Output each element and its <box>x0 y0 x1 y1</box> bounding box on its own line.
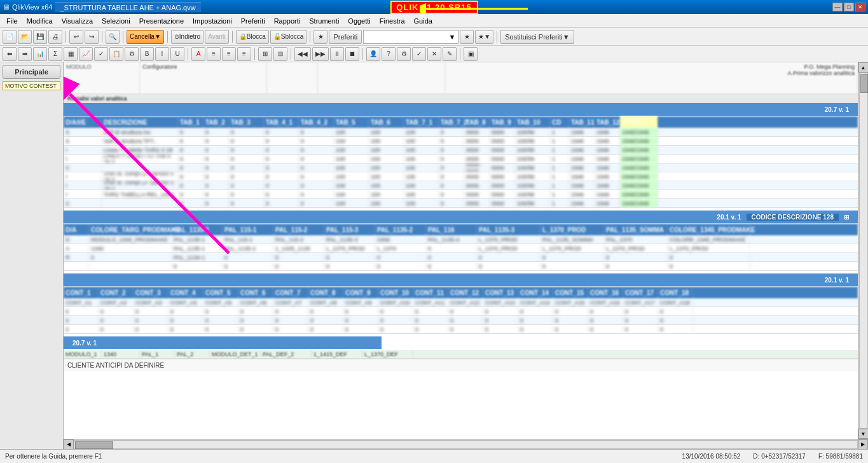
tb2-user-btn[interactable]: 👤 <box>366 47 380 61</box>
menu-visualizza[interactable]: Visualizza <box>58 16 97 26</box>
tb2-btn10[interactable]: B <box>140 47 154 61</box>
tb2-btn2[interactable]: ➡ <box>18 47 32 61</box>
tb2-btn7[interactable]: ✓ <box>94 47 108 61</box>
indietro-button[interactable]: ⊙ Indietro <box>171 30 203 44</box>
tb2-font-color[interactable]: A <box>191 47 205 61</box>
tb2-btn5[interactable]: ▦ <box>64 47 78 61</box>
undo-button[interactable]: ↩ <box>69 30 83 44</box>
tb2-arrow-left[interactable]: ◀◀ <box>294 47 311 61</box>
menu-presentazione[interactable]: Presentazione <box>135 16 188 26</box>
new-button[interactable]: 📄 <box>3 30 17 44</box>
preferiti-dropdown[interactable]: ▼ <box>363 30 458 44</box>
blocca-label: Blocca <box>247 33 266 40</box>
menu-oggetti[interactable]: Oggetti <box>344 16 374 26</box>
col-t8: TAB_7_1 <box>404 116 439 128</box>
tb2-btn11[interactable]: I <box>155 47 169 61</box>
tb2-edit-btn[interactable]: ✎ <box>443 47 457 61</box>
preferiti-button[interactable]: Preferiti <box>329 30 362 44</box>
close-button[interactable]: ✕ <box>855 3 865 11</box>
minimize-button[interactable]: — <box>832 3 843 11</box>
tb2-btn3[interactable]: 📊 <box>33 47 47 61</box>
scroll-left-button[interactable]: ◀ <box>64 439 74 450</box>
blocca-button[interactable]: 🔒 Blocca <box>236 30 269 44</box>
section4-count: 20.7 v. 1 <box>67 340 102 347</box>
tb2-align-right[interactable]: ≡ <box>237 47 251 61</box>
scroll-h-thumb[interactable] <box>75 441 113 449</box>
scroll-thumb[interactable] <box>860 74 868 93</box>
menu-modifica[interactable]: Modifica <box>23 16 57 26</box>
tb2-btn1[interactable]: ⬅ <box>3 47 17 61</box>
menu-impostazioni[interactable]: Impostazioni <box>189 16 236 26</box>
tb2-align-center[interactable]: ≡ <box>222 47 236 61</box>
table3-body: CONT_A1 CONT_A2 CONT_A3 CONT_A4 CONT_A5 … <box>64 298 858 334</box>
print-button[interactable]: 🖨 <box>48 30 62 44</box>
content-area[interactable]: MODULO Configuratore P.O. Mega PlanningA… <box>64 62 858 439</box>
star-btn2[interactable]: ★ <box>460 30 474 44</box>
search-button[interactable]: 🔍 <box>106 30 120 44</box>
sblocca-button[interactable]: 🔓 Sblocca <box>270 30 307 44</box>
right-scrollbar[interactable]: ▲ ▼ <box>858 62 868 439</box>
menu-bar: File Modifica Visualizza Selezioni Prese… <box>0 14 868 28</box>
help-text: Per ottenere la Guida, premere F1 <box>5 453 102 460</box>
menu-guida[interactable]: Guida <box>410 16 436 26</box>
table3-header: CONT_1 CONT_2 CONT_3 CONT_4 CONT_5 CONT_… <box>64 287 858 298</box>
tb2-arrow-right[interactable]: ▶▶ <box>312 47 329 61</box>
table-row: 0 0 0 0 0 0 0 0 0 0 0 0 0 0 0 <box>64 316 858 325</box>
file-tab[interactable]: _STRUTTURA TABELLE AHE + ANAG.qvw <box>55 3 200 12</box>
menu-preferiti[interactable]: Preferiti <box>237 16 269 26</box>
tb2-btn12[interactable]: U <box>170 47 184 61</box>
sostituisci-button[interactable]: Sostituisci Preferiti ▼ <box>500 30 574 44</box>
info-cell-1: MODULO <box>64 62 140 93</box>
content-wrapper: MODULO Configuratore P.O. Mega PlanningA… <box>64 62 868 449</box>
doc-info: D: 0+52317/52317 <box>753 453 806 460</box>
table-row: I VNR el. compl LF carrozz 0 28 0 0 0 0 … <box>64 172 858 181</box>
table-row: I Linea + cadetto TARG 0 28 0 0 0 0 0 10… <box>64 146 858 155</box>
principale-button[interactable]: Principale <box>3 65 60 79</box>
tb2-stop[interactable]: ⏹ <box>345 47 359 61</box>
preferiti-dropdown-arrow[interactable]: ▼ <box>448 33 455 41</box>
menu-strumenti[interactable]: Strumenti <box>305 16 343 26</box>
tb2-btn9[interactable]: ⚙ <box>125 47 139 61</box>
section2-label: 20.1 v. 1 <box>712 214 746 221</box>
restore-button[interactable]: □ <box>844 3 854 11</box>
separator5 <box>232 31 233 43</box>
scroll-track[interactable] <box>859 73 868 429</box>
save-button[interactable]: 💾 <box>33 30 47 44</box>
sostituisci-arrow[interactable]: ▼ <box>563 33 570 41</box>
tb2-btn8[interactable]: 📋 <box>109 47 123 61</box>
menu-file[interactable]: File <box>3 16 22 26</box>
tb2-x-btn[interactable]: ✕ <box>427 47 441 61</box>
tb2-btn6[interactable]: 📈 <box>79 47 93 61</box>
scroll-h-track[interactable] <box>74 440 858 449</box>
tb2-btn4[interactable]: Σ <box>48 47 62 61</box>
avanti-button[interactable]: Avanti <box>205 30 229 44</box>
scroll-right-button[interactable]: ▶ <box>858 439 868 450</box>
menu-finestra[interactable]: Finestra <box>376 16 409 26</box>
redo-button[interactable]: ↪ <box>85 30 99 44</box>
open-button[interactable]: 📂 <box>18 30 32 44</box>
table-row: S Sell di struttura inc 0 0 0 0 0 100 10… <box>64 128 858 137</box>
tb2-obj1[interactable]: ▣ <box>464 47 478 61</box>
menu-rapporti[interactable]: Rapporti <box>270 16 305 26</box>
tb2-align-left[interactable]: ≡ <box>207 47 221 61</box>
tb2-layout-btn[interactable]: ⊟ <box>273 47 287 61</box>
tb2-settings-btn[interactable]: ⚙ <box>397 47 411 61</box>
star-menu-btn[interactable]: ★▼ <box>475 30 493 44</box>
cancella-label: Cancella <box>130 33 155 40</box>
tb2-help-btn[interactable]: ? <box>382 47 396 61</box>
info-cell-3 <box>267 62 318 93</box>
title-bar-controls[interactable]: — □ ✕ <box>832 3 865 11</box>
bottom-scrollbar[interactable]: ◀ ▶ <box>64 439 868 449</box>
menu-selezioni[interactable]: Selezioni <box>98 16 134 26</box>
scroll-up-button[interactable]: ▲ <box>858 62 869 73</box>
tb2-check-btn[interactable]: ✓ <box>412 47 426 61</box>
cancella-button[interactable]: Cancella ▼ <box>127 30 164 44</box>
scroll-down-button[interactable]: ▼ <box>858 429 869 439</box>
cancella-dropdown-icon[interactable]: ▼ <box>155 33 161 40</box>
lock-icon: 🔒 <box>239 33 247 40</box>
star-icon-btn[interactable]: ★ <box>313 30 327 44</box>
top-info-row: MODULO Configuratore P.O. Mega PlanningA… <box>64 62 858 94</box>
tb2-pause[interactable]: ⏸ <box>330 47 344 61</box>
section3-header: 20.1 v. 1 <box>64 273 858 286</box>
tb2-grid-btn[interactable]: ⊞ <box>258 47 272 61</box>
